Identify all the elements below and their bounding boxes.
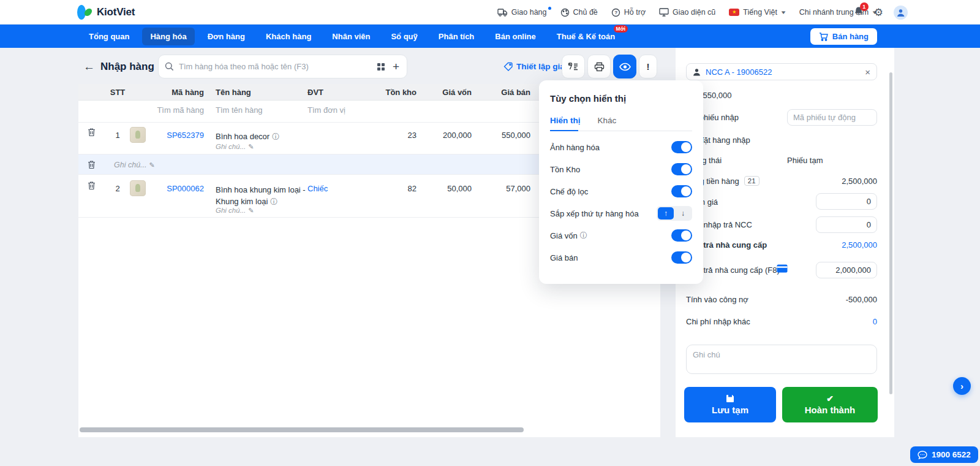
person-icon <box>693 68 701 76</box>
product-thumbnail[interactable] <box>130 127 146 143</box>
popup-tab-hien-thi[interactable]: Hiển thị <box>550 116 581 125</box>
language-selector[interactable]: ★ Tiếng Việt ▼ <box>729 8 786 17</box>
note-textarea[interactable] <box>686 345 877 374</box>
info-icon[interactable]: ⓘ <box>580 231 587 241</box>
delivery-label: Giao hàng <box>511 8 547 17</box>
chevron-down-icon: ▼ <box>780 10 786 15</box>
delivery-menu-item[interactable]: Giao hàng <box>497 8 547 17</box>
filter-unit-input[interactable] <box>307 105 363 115</box>
option-row-gia-ban: Giá bán <box>550 251 692 264</box>
product-code-link[interactable]: SP652379 <box>147 131 204 140</box>
nav-tab-don-hang[interactable]: Đơn hàng <box>200 28 253 45</box>
option-row-che-do-loc: Chế độ lọc <box>550 185 692 197</box>
barcode-scan-button[interactable] <box>562 55 585 78</box>
delete-note-button[interactable] <box>88 160 96 171</box>
display-options-button[interactable] <box>613 55 636 78</box>
nav-tab-hang-hoa[interactable]: Hàng hóa <box>142 28 194 45</box>
col-gia-von: Giá vốn <box>423 88 472 97</box>
sort-desc-button[interactable]: ↓ <box>675 207 691 220</box>
support-label: Hỗ trợ <box>624 8 646 17</box>
other-cost-value[interactable]: 0 <box>873 317 877 326</box>
row-note[interactable]: Ghi chú...✎ <box>216 207 254 215</box>
supplier-debt-row: Nợ: 550,000 <box>686 91 877 100</box>
debt-change-label: Tính vào công nợ <box>686 295 748 304</box>
notifications-button[interactable]: 1 <box>854 6 864 18</box>
new-feature-badge: Mới <box>614 25 628 32</box>
page-title: Nhập hàng <box>100 61 154 73</box>
expand-panel-button[interactable]: › <box>953 377 971 395</box>
add-product-button[interactable]: + <box>391 59 401 74</box>
toggle-anh-hang-hoa[interactable] <box>671 141 692 153</box>
sell-button[interactable]: Bán hàng <box>810 28 877 45</box>
toggle-gia-von[interactable] <box>671 229 692 242</box>
col-stt: STT <box>105 88 130 97</box>
notification-badge: 1 <box>860 2 869 11</box>
product-code-link[interactable]: SP000062 <box>147 184 204 193</box>
popup-tab-khac[interactable]: Khác <box>598 116 617 125</box>
theme-menu-item[interactable]: Chủ đề <box>560 8 598 17</box>
debt-change-value: -500,000 <box>846 295 877 304</box>
total-value: 2,500,000 <box>842 177 877 186</box>
toggle-ton-kho[interactable] <box>671 163 692 175</box>
unit-link[interactable]: Chiếc <box>307 184 328 193</box>
payment-card-icon[interactable] <box>777 264 788 273</box>
shortcut-help-button[interactable]: ! <box>639 55 657 78</box>
horizontal-scrollbar[interactable] <box>80 427 524 432</box>
old-ui-menu-item[interactable]: Giao diện cũ <box>659 8 715 17</box>
col-ten-hang: Tên hàng <box>216 88 251 97</box>
back-button[interactable]: ← <box>83 60 95 74</box>
hotline-button[interactable]: 1900 6522 <box>910 446 978 463</box>
info-icon[interactable]: ⓘ <box>272 132 279 141</box>
header-menu: Giao hàng Chủ đề ? Hỗ trợ Giao diện cũ ★… <box>497 0 877 25</box>
nav-tab-tong-quan[interactable]: Tổng quan <box>81 28 137 45</box>
return-input[interactable] <box>816 216 877 233</box>
info-icon[interactable]: ⓘ <box>270 197 277 206</box>
complete-button[interactable]: ✔ Hoàn thành <box>782 387 878 422</box>
option-row-sap-xep: Sắp xếp thứ tự hàng hóa ↑ ↓ <box>550 207 692 220</box>
discount-input[interactable] <box>816 193 877 210</box>
nav-tab-ban-online[interactable]: Bán online <box>487 28 543 45</box>
paid-input[interactable] <box>816 262 877 278</box>
save-draft-button[interactable]: Lưu tạm <box>684 387 776 422</box>
panel-scrollbar[interactable] <box>889 72 892 394</box>
supplier-name-link[interactable]: NCC A - 19006522 <box>706 67 860 77</box>
user-avatar[interactable] <box>894 6 908 20</box>
delete-row-button[interactable] <box>88 128 96 139</box>
option-row-gia-von: Giá vốn ⓘ <box>550 229 692 242</box>
toggle-che-do-loc[interactable] <box>671 185 692 197</box>
print-button[interactable] <box>587 55 611 78</box>
nav-tab-so-quy[interactable]: Sổ quỹ <box>383 28 425 45</box>
filter-code-input[interactable] <box>147 105 204 115</box>
nav-tab-nhan-vien[interactable]: Nhân viên <box>324 28 378 45</box>
receipt-code-input[interactable] <box>787 109 877 126</box>
product-thumbnail[interactable] <box>130 180 146 196</box>
nav-tab-khach-hang[interactable]: Khách hàng <box>258 28 319 45</box>
order-note[interactable]: Ghi chú...✎ <box>114 161 155 169</box>
grid-icon <box>377 63 385 71</box>
settings-button[interactable]: ⚙ <box>874 6 883 19</box>
sort-asc-button[interactable]: ↑ <box>658 207 674 220</box>
trash-icon <box>88 160 96 169</box>
search-input[interactable] <box>179 62 371 71</box>
item-count-badge[interactable]: 21 <box>744 176 760 186</box>
row-note[interactable]: Ghi chú...✎ <box>216 143 254 151</box>
toggle-gia-ban[interactable] <box>671 251 692 264</box>
price-setup-link[interactable]: Thiết lập giá <box>503 62 565 71</box>
old-ui-label: Giao diện cũ <box>673 8 715 17</box>
import-summary-panel: NCC A - 19006522 × Nợ: 550,000 Mã phiếu … <box>676 48 894 437</box>
grid-view-button[interactable] <box>375 61 386 72</box>
order-code-row: Mã đặt hàng nhập <box>686 136 877 145</box>
brand-logo[interactable]: KiotViet <box>77 4 135 20</box>
close-icon[interactable]: × <box>865 67 870 77</box>
cost-value: 200,000 <box>423 131 472 140</box>
nav-tab-thue-ke-toan[interactable]: Thuế & Kế toán Mới <box>549 28 623 45</box>
app-header: KiotViet Giao hàng Chủ đề ? Hỗ trợ Giao … <box>0 0 980 25</box>
nav-tab-phan-tich[interactable]: Phân tích <box>431 28 483 45</box>
filter-name-input[interactable] <box>216 105 289 115</box>
search-icon <box>165 62 174 71</box>
delete-row-button[interactable] <box>88 181 96 192</box>
other-cost-row: Chi phí nhập khác 0 <box>686 317 877 326</box>
user-icon <box>897 9 905 17</box>
vietnam-flag-icon: ★ <box>729 9 739 16</box>
support-menu-item[interactable]: ? Hỗ trợ <box>611 8 646 17</box>
